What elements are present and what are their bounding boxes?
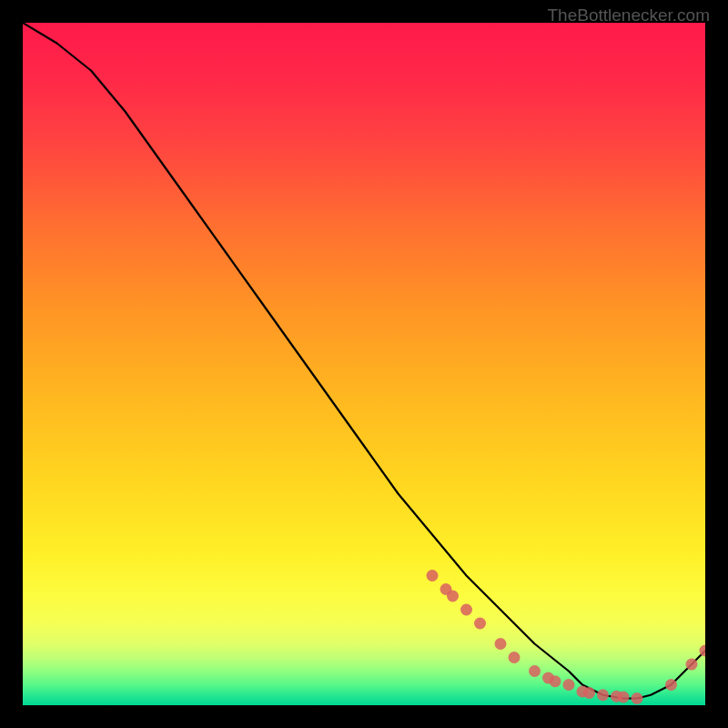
gradient-background xyxy=(23,23,705,705)
chart-container xyxy=(23,23,705,705)
watermark-text: TheBottlenecker.com xyxy=(548,5,710,25)
svg-rect-0 xyxy=(23,23,705,705)
